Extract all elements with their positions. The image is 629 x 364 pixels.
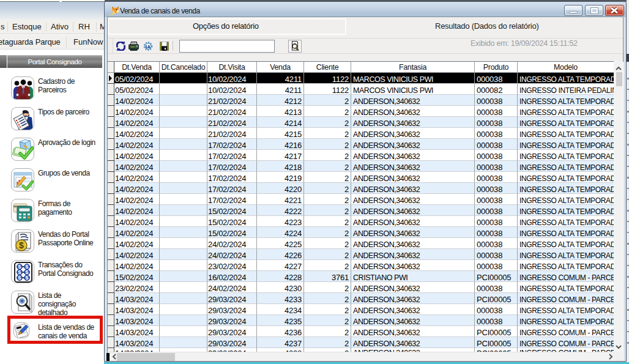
svg-text:IA: IA <box>146 44 151 50</box>
svg-text:$: $ <box>19 240 24 250</box>
svg-text:$: $ <box>25 274 29 281</box>
svg-text:$: $ <box>18 274 21 281</box>
